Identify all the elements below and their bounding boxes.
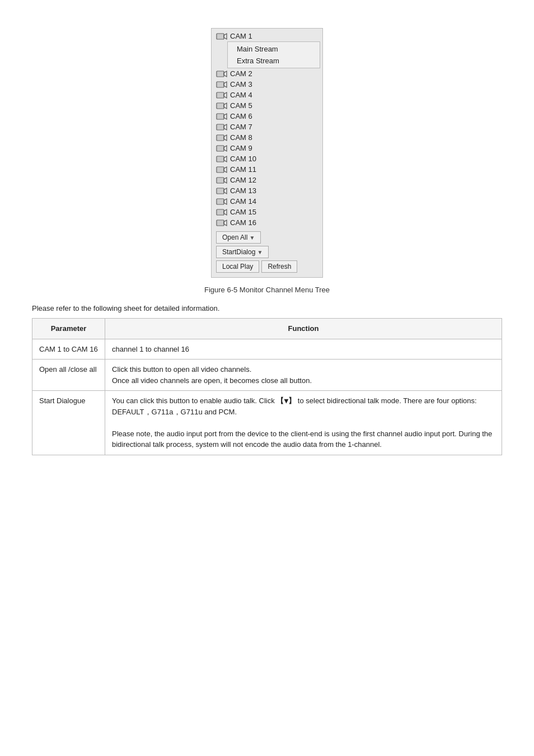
- cam-item-2[interactable]: CAM 2: [212, 68, 322, 79]
- cam-item-8[interactable]: CAM 8: [212, 132, 322, 143]
- cam-item-11[interactable]: CAM 11: [212, 164, 322, 175]
- start-dialog-button[interactable]: StartDialog ▼: [216, 246, 269, 258]
- camera-icon-4: [216, 91, 227, 99]
- svg-rect-40: [217, 199, 223, 204]
- svg-marker-26: [224, 146, 227, 151]
- cam-9-label: CAM 9: [230, 144, 252, 152]
- cam-item-16[interactable]: CAM 16: [212, 217, 322, 228]
- cam-15-label: CAM 15: [230, 208, 256, 216]
- svg-marker-44: [224, 209, 227, 215]
- camera-icon-14: [216, 198, 227, 206]
- table-header-function: Function: [105, 319, 502, 339]
- table-row-cam1-16: CAM 1 to CAM 16 channel 1 to channel 16: [32, 339, 502, 360]
- svg-rect-19: [217, 125, 223, 129]
- svg-marker-47: [224, 220, 227, 226]
- cam-1-label: CAM 1: [230, 32, 252, 40]
- table-row-open-all: Open all /close all Click this button to…: [32, 360, 502, 391]
- svg-rect-25: [217, 146, 223, 151]
- camera-icon-6: [216, 113, 227, 120]
- cam-7-label: CAM 7: [230, 123, 252, 131]
- svg-marker-8: [224, 82, 227, 87]
- content-area: Please refer to the following sheet for …: [26, 304, 508, 455]
- func-cam1-16: channel 1 to channel 16: [105, 339, 502, 360]
- func-start-dialogue-line1: You can click this button to enable audi…: [112, 396, 477, 416]
- cam1-submenu: Main Stream Extra Stream: [227, 41, 320, 68]
- cam-item-10[interactable]: CAM 10: [212, 153, 322, 164]
- table-row-start-dialogue: Start Dialogue You can click this button…: [32, 391, 502, 455]
- main-stream-item[interactable]: Main Stream: [228, 43, 320, 55]
- camera-icon-1: [216, 32, 227, 40]
- func-open-all: Click this button to open all video chan…: [105, 360, 502, 391]
- svg-rect-31: [217, 167, 223, 172]
- figure-caption: Figure 6-5 Monitor Channel Menu Tree: [204, 286, 330, 294]
- camera-icon-15: [216, 208, 227, 216]
- cam-14-label: CAM 14: [230, 197, 256, 206]
- camera-icon-2: [216, 70, 227, 78]
- info-table: Parameter Function CAM 1 to CAM 16 chann…: [32, 318, 502, 455]
- svg-marker-17: [224, 114, 227, 119]
- param-start-dialogue: Start Dialogue: [32, 391, 105, 455]
- extra-stream-item[interactable]: Extra Stream: [228, 55, 320, 67]
- menu-panel: CAM 1 Main Stream Extra Stream CAM 2: [211, 28, 323, 278]
- camera-icon-9: [216, 144, 227, 152]
- func-start-dialogue-line2: Please note, the audio input port from t…: [112, 430, 492, 449]
- func-open-all-line1: Click this button to open all video chan…: [112, 365, 251, 374]
- svg-rect-46: [217, 221, 223, 225]
- cam-item-9[interactable]: CAM 9: [212, 143, 322, 153]
- key-symbol-bracket-v: 【▼】: [277, 396, 296, 405]
- svg-rect-10: [217, 93, 223, 97]
- cam-item-12[interactable]: CAM 12: [212, 175, 322, 185]
- cam-item-14[interactable]: CAM 14: [212, 196, 322, 207]
- svg-marker-5: [224, 71, 227, 77]
- bottom-buttons: Open All ▼ StartDialog ▼ Local Play Refr…: [212, 228, 322, 274]
- local-play-refresh-row: Local Play Refresh: [216, 260, 297, 273]
- cam-10-label: CAM 10: [230, 155, 256, 163]
- cam-12-label: CAM 12: [230, 176, 256, 184]
- intro-text: Please refer to the following sheet for …: [32, 304, 502, 312]
- camera-icon-11: [216, 166, 227, 174]
- start-dialog-row: StartDialog ▼: [216, 246, 269, 258]
- svg-marker-20: [224, 124, 227, 130]
- camera-icon-8: [216, 134, 227, 142]
- open-all-button[interactable]: Open All ▼: [216, 231, 261, 244]
- svg-rect-1: [217, 34, 223, 39]
- cam-item-1[interactable]: CAM 1: [212, 31, 322, 41]
- cam-6-label: CAM 6: [230, 112, 252, 120]
- cam-3-label: CAM 3: [230, 80, 252, 88]
- cam-11-label: CAM 11: [230, 165, 256, 174]
- cam-item-3[interactable]: CAM 3: [212, 79, 322, 90]
- svg-marker-2: [224, 34, 227, 39]
- svg-marker-32: [224, 167, 227, 172]
- svg-rect-22: [217, 136, 223, 140]
- svg-marker-38: [224, 188, 227, 194]
- func-open-all-line2: Once all video channels are open, it bec…: [112, 376, 312, 385]
- refresh-button[interactable]: Refresh: [261, 260, 297, 273]
- svg-marker-29: [224, 156, 227, 162]
- svg-rect-34: [217, 178, 223, 183]
- svg-marker-14: [224, 103, 227, 109]
- svg-rect-7: [217, 82, 223, 87]
- cam-item-7[interactable]: CAM 7: [212, 122, 322, 132]
- svg-rect-28: [217, 157, 223, 161]
- svg-marker-41: [224, 199, 227, 204]
- camera-icon-12: [216, 176, 227, 184]
- local-play-button[interactable]: Local Play: [216, 260, 259, 273]
- cam-4-label: CAM 4: [230, 91, 252, 99]
- cam-16-label: CAM 16: [230, 218, 256, 227]
- cam-13-label: CAM 13: [230, 186, 256, 195]
- svg-marker-35: [224, 178, 227, 183]
- open-all-dropdown-arrow: ▼: [249, 235, 255, 241]
- svg-rect-16: [217, 114, 223, 119]
- svg-marker-23: [224, 135, 227, 141]
- camera-icon-16: [216, 219, 227, 227]
- cam-item-15[interactable]: CAM 15: [212, 207, 322, 217]
- param-open-all: Open all /close all: [32, 360, 105, 391]
- cam-item-13[interactable]: CAM 13: [212, 185, 322, 196]
- camera-icon-13: [216, 187, 227, 195]
- cam-item-6[interactable]: CAM 6: [212, 111, 322, 122]
- camera-icon-10: [216, 155, 227, 163]
- cam-item-5[interactable]: CAM 5: [212, 100, 322, 111]
- cam-item-4[interactable]: CAM 4: [212, 90, 322, 100]
- svg-rect-43: [217, 210, 223, 214]
- open-all-row: Open All ▼: [216, 231, 261, 244]
